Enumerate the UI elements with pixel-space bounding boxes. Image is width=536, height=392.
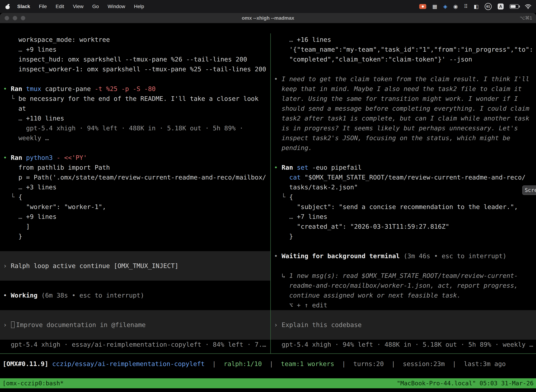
- text-segment: [274, 174, 289, 181]
- text-segment: }: [274, 233, 293, 240]
- pane-status-line-left: gpt-5.4 xhigh · essay/ai-reimplementatio…: [0, 340, 270, 350]
- text-segment: tasks/task-2.json": [274, 183, 358, 191]
- minimize-button[interactable]: [13, 16, 17, 20]
- menu-help[interactable]: Help: [131, 0, 147, 13]
- text-segment: gpt-5.4 xhigh · 94% left · 488K in · 5.1…: [3, 125, 243, 132]
- window-title: omx --xhigh --madmax: [242, 15, 294, 21]
- composer-input-right[interactable]: › Explain this codebase: [271, 320, 536, 330]
- menu-go[interactable]: Go: [89, 0, 102, 13]
- app-icon-blue[interactable]: ◈: [443, 4, 447, 9]
- text-cursor: [11, 321, 14, 328]
- screenshot-pill-label: Scre: [525, 186, 536, 195]
- text-segment: "subject": "send a concise recommendatio…: [274, 203, 518, 210]
- omx-status-bar: [OMX#0.11.9] cczip/essay/ai-reimplementa…: [0, 359, 536, 369]
- screenshot-pill[interactable]: Scre: [522, 186, 536, 195]
- text-segment: -euo pipefail: [312, 164, 362, 171]
- terminal-line: └ {: [0, 192, 270, 202]
- menu-edit[interactable]: Edit: [53, 0, 67, 13]
- text-segment: last:3m ago: [464, 360, 506, 367]
- text-segment: from pathlib import Path: [3, 164, 110, 171]
- text-segment: p = Path('.omx/state/team/review-current…: [3, 174, 266, 181]
- text-segment: - <<'PY': [57, 154, 87, 161]
- terminal-line: [271, 261, 536, 271]
- working-status: • Working (6m 38s • esc to interrupt): [0, 290, 270, 300]
- text-segment: turns:20: [353, 360, 384, 367]
- text-segment: [274, 213, 289, 220]
- terminal-line: should send a message before completing …: [271, 104, 536, 113]
- text-segment: tmux: [26, 85, 45, 92]
- terminal-line: … +7 lines: [271, 212, 536, 222]
- menu-extra-icon[interactable]: ◧: [474, 4, 479, 9]
- macos-menu-bar: Slack FileEditViewGoWindowHelp ▦◈◉⠿◧ 61 …: [0, 0, 536, 13]
- close-button[interactable]: [5, 16, 9, 20]
- text-segment: "$OMX_TEAM_STATE_ROOT/team/review-curren…: [304, 174, 526, 181]
- menu-view[interactable]: View: [70, 0, 87, 13]
- text-segment: [48, 360, 52, 367]
- terminal-line: inspect_worker-1: omx sparkshell --tmux-…: [0, 64, 270, 74]
- highlight-row: [0, 271, 270, 281]
- terminal-line: … +110 lines: [0, 113, 270, 123]
- text-segment: [38, 292, 41, 299]
- dots-grid-icon[interactable]: ⠿: [464, 4, 468, 9]
- pane-divider-horizontal[interactable]: [0, 353, 536, 354]
- terminal-line: [0, 281, 270, 290]
- tmux-session-label: [omx-cczip0:bash*: [2, 378, 64, 388]
- text-segment: +110 lines: [22, 115, 64, 122]
- terminal-line: … +16 lines: [271, 35, 536, 45]
- grid-icon[interactable]: ▦: [432, 4, 437, 9]
- text-segment: inspect_hud: omx sparkshell --tmux-pane …: [3, 56, 247, 63]
- terminal-line: └ be necessary for the end of the README…: [0, 94, 270, 104]
- text-segment: continue assigned work or next feasible …: [274, 292, 461, 299]
- text-segment: +7 lines: [293, 213, 327, 220]
- text-segment: later. Using the same for transition mig…: [274, 95, 518, 102]
- text-segment: ›: [274, 321, 282, 328]
- menu-file[interactable]: File: [36, 0, 50, 13]
- app-icon-dark[interactable]: ◉: [453, 4, 458, 9]
- pane-status-line-right: gpt-5.4 xhigh · 94% left · 488K in · 5.1…: [271, 340, 536, 350]
- composer-input-left[interactable]: › Improve documentation in @filename: [0, 320, 270, 330]
- terminal-line: is in progress? It seems likely but perh…: [271, 123, 536, 133]
- text-segment: {: [289, 193, 293, 201]
- text-segment: inspect task2's JSON, focusing on the st…: [274, 134, 510, 142]
- tmux-status-bar: [omx-cczip0:bash* "MacBook-Pro-44.local"…: [0, 378, 536, 388]
- text-segment: …: [19, 213, 22, 220]
- battery-percent-badge[interactable]: 61: [485, 3, 492, 10]
- text-segment: I need to get the claim token from the c…: [282, 75, 529, 83]
- text-segment: •: [3, 154, 11, 161]
- wifi-icon[interactable]: [525, 4, 531, 9]
- text-segment: 1 new msg(s): read $OMX_TEAM_STATE_ROOT/…: [289, 272, 518, 279]
- menu-window[interactable]: Window: [105, 0, 128, 13]
- terminal-line: later. Using the same for transition mig…: [271, 94, 536, 104]
- text-segment: [274, 36, 289, 43]
- terminal-window: omx --xhigh --madmax ⌥⌘1 workspace_mode:…: [0, 13, 536, 392]
- terminal-line: └ {: [271, 192, 536, 202]
- terminal-line: [0, 300, 270, 310]
- highlight-row: [271, 310, 536, 320]
- screen-recording-icon[interactable]: [419, 4, 426, 9]
- menu-app-name[interactable]: Slack: [14, 0, 33, 13]
- text-segment: capture-pane: [45, 85, 95, 92]
- terminal-line: "completed","claim_token":"claim-token"}…: [271, 54, 536, 64]
- zoom-button[interactable]: [21, 16, 25, 20]
- pane-divider-vertical[interactable]: [270, 33, 271, 353]
- text-segment: ⌥ + ↑ edit: [274, 302, 327, 309]
- text-segment: workspace_mode: worktree: [3, 36, 110, 43]
- tmux-host-clock: "MacBook-Pro-44.local" 05:03 31-Mar-26: [397, 378, 534, 388]
- battery-icon[interactable]: [510, 4, 519, 9]
- text-segment: ↳: [274, 272, 289, 279]
- terminal-line: "subject": "send a concise recommendatio…: [271, 202, 536, 212]
- terminal-line: pending.: [271, 143, 536, 153]
- text-segment: └: [3, 193, 19, 201]
- text-segment: |: [205, 360, 224, 367]
- text-segment: "completed","claim_token":"claim-token"}…: [274, 56, 472, 63]
- terminal-content: workspace_mode: worktree … +9 lines insp…: [0, 23, 536, 392]
- terminal-line: inspect task2's JSON, focusing on the st…: [271, 133, 536, 143]
- highlight-row: [0, 251, 270, 261]
- text-segment: task2 after task1 is complete, but can I…: [274, 115, 529, 122]
- input-source-icon[interactable]: A: [498, 4, 504, 9]
- text-segment: Improve documentation in @filename: [16, 321, 146, 328]
- waiting-status: • Waiting for background terminal (3m 46…: [271, 251, 536, 261]
- text-segment: "created_at": "2026-03-31T11:59:27.816Z": [274, 223, 449, 230]
- apple-menu-icon[interactable]: [5, 4, 10, 9]
- highlight-row: [0, 310, 270, 320]
